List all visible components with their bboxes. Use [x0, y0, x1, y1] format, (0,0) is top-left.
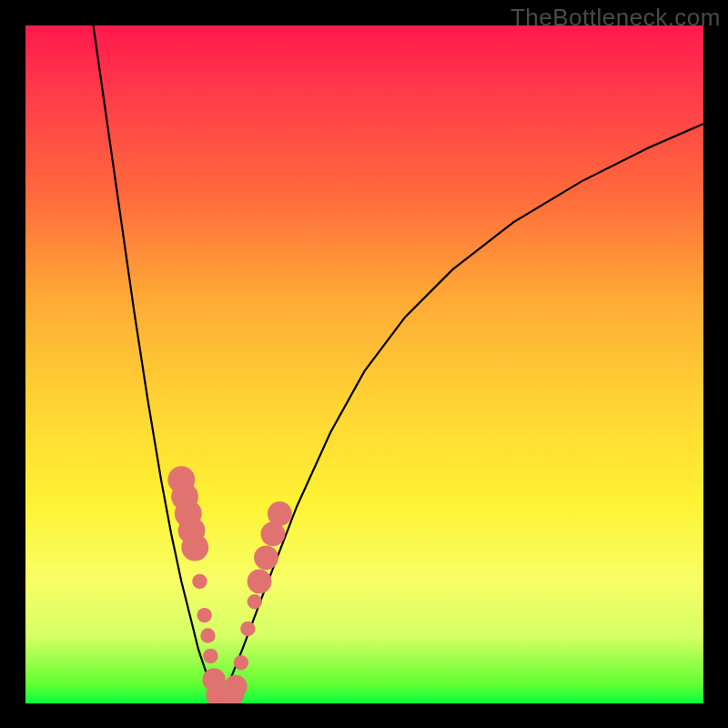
data-marker: [206, 683, 228, 703]
data-marker: [254, 545, 278, 570]
data-marker: [234, 655, 248, 670]
data-marker: [268, 501, 292, 526]
curve-layer: [25, 25, 703, 703]
watermark-text: TheBottleneck.com: [511, 4, 721, 32]
data-marker: [181, 534, 208, 561]
data-marker: [200, 628, 215, 642]
data-marker: [197, 608, 211, 622]
curve-right-branch: [217, 124, 703, 700]
data-marker: [192, 574, 207, 589]
data-marker: [261, 521, 286, 546]
data-marker: [240, 622, 255, 636]
data-marker: [248, 594, 262, 609]
data-marker: [175, 500, 202, 528]
data-marker: [178, 517, 206, 544]
data-marker: [221, 683, 244, 703]
data-marker: [203, 649, 217, 663]
curve-left-branch: [94, 25, 217, 700]
data-marker: [171, 483, 198, 511]
data-marker: [167, 466, 195, 493]
data-marker: [216, 688, 238, 703]
data-marker: [210, 688, 233, 703]
data-marker: [202, 668, 225, 691]
data-marker: [224, 675, 247, 698]
plot-area: [25, 25, 703, 703]
chart-frame: TheBottleneck.com: [0, 0, 728, 728]
data-marker: [248, 569, 272, 593]
